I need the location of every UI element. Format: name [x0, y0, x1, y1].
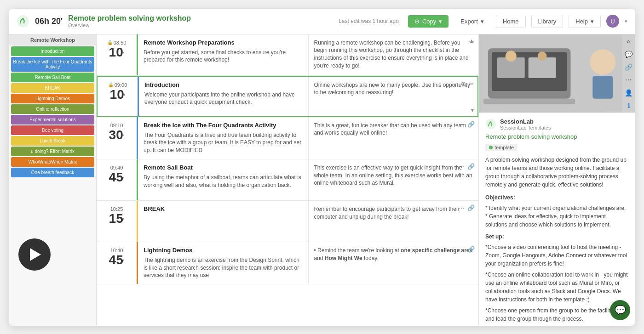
setup-item: *Choose an online collaboration tool to …: [485, 271, 628, 304]
panel-expand-icon[interactable]: »: [623, 37, 633, 45]
card-time: 09:40 45': [97, 159, 138, 200]
card-actions: ⋯ 🔗: [459, 121, 475, 128]
sidebar-item[interactable]: Doc voting: [11, 125, 94, 135]
svg-rect-10: [592, 75, 613, 98]
panel-chat-icon[interactable]: 💬: [623, 50, 633, 58]
breadcrumb: Overview: [68, 23, 333, 28]
activity-card[interactable]: 10:40 45' Lightning Demos The lightning …: [97, 242, 478, 284]
sidebar-item[interactable]: Lightning Demos: [11, 94, 94, 103]
time-duration: 45': [109, 253, 125, 267]
card-title: Lightning Demos: [144, 247, 303, 254]
panel-objectives: Objectives: * Identify what your current…: [485, 193, 628, 323]
activity-card[interactable]: 🔒 09:00 10' Introduction Welcome your pa…: [97, 76, 478, 117]
sidebar-item[interactable]: Lunch Break: [11, 136, 94, 146]
sidebar-item[interactable]: Remote Sail Boat: [11, 73, 94, 82]
user-menu-chevron-icon: ▾: [625, 18, 627, 24]
card-body: Lightning Demos The lightning demo is an…: [138, 242, 309, 284]
card-more-button[interactable]: ⋯: [469, 38, 475, 45]
card-title: BREAK: [144, 205, 303, 212]
card-actions: ⋯ 🔗: [459, 163, 475, 170]
card-link-button[interactable]: 🔗: [467, 121, 475, 128]
time-duration: 10': [110, 88, 126, 102]
sidebar-item[interactable]: Experimental solutions: [11, 115, 94, 125]
help-button[interactable]: Help ▾: [569, 15, 601, 28]
card-title: Remote Workshop Preparations: [144, 39, 303, 46]
user-avatar-button[interactable]: U: [606, 15, 619, 28]
card-notes: Remind the team we're looking at one spe…: [309, 242, 479, 284]
play-icon: [30, 248, 41, 261]
time-duration: 30': [109, 128, 125, 142]
card-actions: ⋯ ⊕✏: [452, 80, 474, 87]
logo: [17, 15, 29, 28]
card-description: The Four Quadrants is a tried and true t…: [144, 131, 303, 154]
sidebar-item[interactable]: Break the Ice with The Four Quadrants Ac…: [11, 57, 94, 72]
panel-tag: template: [485, 144, 518, 151]
card-expand-button[interactable]: ▾: [471, 107, 474, 113]
objective-item: * Identify what your current organizatio…: [485, 204, 628, 212]
card-actions: ⋯: [469, 38, 475, 45]
card-description: Before you get started, some final check…: [144, 49, 303, 64]
sidebar-item[interactable]: One breath feedback: [11, 168, 94, 177]
activity-card[interactable]: 09:10 30' Break the Ice with The Four Qu…: [97, 117, 478, 159]
card-link-button[interactable]: 🔗: [467, 246, 475, 253]
sidebar-item[interactable]: BREAK: [11, 83, 94, 93]
panel-info-icon[interactable]: ℹ: [623, 102, 633, 110]
card-body: Break the Ice with The Four Quadrants Ac…: [138, 117, 309, 159]
card-more-button[interactable]: ⋯: [459, 121, 465, 128]
panel-info: SessionLab SessionLab Templates Remote p…: [479, 113, 635, 326]
card-body: Remote Workshop Preparations Before you …: [138, 34, 309, 75]
panel-more-icon[interactable]: ⋯: [623, 76, 633, 84]
svg-point-12: [486, 119, 496, 129]
card-link-button[interactable]: 🔗: [467, 204, 475, 211]
chat-widget-button[interactable]: 💬: [610, 300, 630, 320]
play-button[interactable]: [18, 238, 51, 271]
help-chevron-icon: ▾: [591, 18, 594, 25]
setup-item: *Choose a video conferencing tool to hos…: [485, 243, 628, 268]
activity-card[interactable]: 🔒 08:50 10' Remote Workshop Preparations…: [97, 34, 478, 76]
card-more-button[interactable]: ⋯: [452, 80, 458, 87]
card-body: Remote Sail Boat By using the metaphor o…: [138, 159, 309, 200]
card-time: 🔒 09:00 10': [98, 77, 139, 116]
card-more-button[interactable]: ⋯: [459, 204, 465, 211]
library-button[interactable]: Library: [531, 15, 564, 28]
card-title: Break the Ice with The Four Quadrants Ac…: [144, 122, 303, 129]
copy-button[interactable]: ⊕ Copy ▾: [408, 15, 448, 28]
title-area: Remote problem solving workshop Overview: [68, 14, 333, 28]
card-edit-button[interactable]: ✏: [469, 80, 474, 87]
panel-person-icon[interactable]: 👤: [623, 89, 633, 97]
sidebar-item[interactable]: Online reflection: [11, 104, 94, 114]
time-start: 🔒 08:50: [107, 40, 126, 45]
card-copy-button[interactable]: ⊕: [461, 80, 466, 87]
card-description: Welcome your participants into the onlin…: [144, 91, 303, 107]
activity-card[interactable]: 10:25 15' BREAK Remember to encourage pa…: [97, 201, 478, 242]
export-chevron-icon: ▾: [481, 18, 484, 25]
panel-workshop-title: Remote problem solving workshop: [485, 133, 628, 140]
sidebar: Remote Workshop IntroductionBreak the Ic…: [9, 34, 97, 326]
svg-point-9: [590, 49, 615, 75]
panel-brand: SessionLab SessionLab Templates: [485, 118, 628, 130]
export-button[interactable]: Export ▾: [454, 15, 490, 28]
sidebar-item[interactable]: Who/What/When Matrix: [11, 157, 94, 167]
main-layout: Remote Workshop IntroductionBreak the Ic…: [9, 34, 635, 326]
svg-point-1: [22, 18, 24, 20]
card-more-button[interactable]: ⋯: [459, 246, 465, 253]
card-notes: Remember to encourage participants to ge…: [309, 201, 479, 242]
card-time: 09:10 30': [97, 117, 138, 159]
content-area: ▲ 🔒 08:50 10' Remote Workshop Preparatio…: [97, 34, 478, 326]
activity-card[interactable]: 09:40 45' Remote Sail Boat By using the …: [97, 159, 478, 201]
card-time: 🔒 08:50 10': [97, 34, 138, 75]
home-button[interactable]: Home: [496, 15, 526, 28]
card-title: Remote Sail Boat: [144, 164, 303, 171]
card-more-button[interactable]: ⋯: [459, 163, 465, 170]
sidebar-item[interactable]: Introduction: [11, 46, 94, 56]
right-panel: » 💬 🔗 ⋯ 👤 ℹ SessionLab: [478, 34, 635, 326]
card-actions: ⋯ 🔗: [459, 246, 475, 253]
panel-link-icon[interactable]: 🔗: [623, 63, 633, 71]
panel-brand-sub: SessionLab Templates: [500, 125, 551, 130]
time-duration: 15': [109, 212, 125, 226]
page-title: Remote problem solving workshop: [68, 14, 333, 23]
time-display: 06h 20': [35, 17, 63, 26]
sidebar-item[interactable]: u doing? Effort Matrix: [11, 147, 94, 156]
time-duration: 10': [109, 45, 125, 60]
card-link-button[interactable]: 🔗: [467, 163, 475, 170]
